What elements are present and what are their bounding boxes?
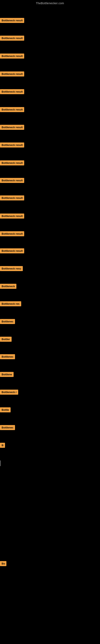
bottleneck-result-item: Bottleneck (0, 284, 16, 290)
bottleneck-result-item: Bottleneck res (0, 301, 21, 307)
bottleneck-result-item: Bottleneck result (0, 214, 24, 219)
bottleneck-badge: Bottleneck result (0, 248, 24, 253)
bottleneck-result-item: Bottleneck result (0, 142, 24, 148)
bottleneck-badge: Bottleneck resu (0, 266, 23, 271)
bottleneck-badge: Bottleneck result (0, 36, 24, 41)
bottleneck-result-item: Bottleneck result (0, 36, 24, 42)
bottleneck-result-item: Bottleneck result (0, 54, 24, 59)
bottleneck-result-item: Bottleneck result (0, 248, 24, 254)
bottleneck-badge: Bottleneck result (0, 107, 24, 112)
bottleneck-badge: Bottlene (0, 372, 14, 377)
bottleneck-badge: Bottleneck result (0, 231, 24, 236)
bottleneck-badge: Bottleneck r (0, 390, 18, 395)
bottleneck-badge: Bottleneck result (0, 178, 24, 183)
bottleneck-result-item: Bottleneck result (0, 231, 24, 237)
bottleneck-badge: Bottleneck result (0, 72, 24, 76)
bottleneck-badge: Bottlenec (0, 354, 15, 359)
bottleneck-badge: Bottleneck result (0, 142, 24, 148)
bottleneck-badge: Bottler (0, 337, 12, 342)
bottleneck-result-item: Bottleneck result (0, 18, 24, 24)
bottleneck-result-item: Bottleneck result (0, 196, 24, 201)
bottleneck-badge: Bottleneck result (0, 54, 24, 58)
bottleneck-badge: Bottlenec (0, 425, 15, 430)
bottleneck-badge: Bottleneck (0, 284, 16, 289)
bottleneck-result-item: Bottlenec (0, 319, 15, 325)
bottleneck-result-item: Bottleneck resu (0, 266, 23, 272)
bottleneck-result-item: Bottleneck r (0, 390, 18, 396)
bottleneck-badge: Bottleneck result (0, 89, 24, 94)
bottleneck-result-item: Bo (0, 561, 6, 567)
bottleneck-badge: Bottleneck result (0, 160, 24, 166)
bottleneck-result-item: Bottler (0, 337, 12, 342)
site-title: TheBottlenecker.com (0, 0, 100, 6)
bottleneck-badge: Bottleneck result (0, 214, 24, 218)
bottleneck-badge: Bottleneck result (0, 18, 24, 23)
bottleneck-result-item: Bottleneck result (0, 72, 24, 77)
bottleneck-result-item: Bottleneck result (0, 178, 24, 184)
bottleneck-result-item: Bottlene (0, 372, 14, 378)
bottleneck-result-item: Bottleneck result (0, 89, 24, 95)
bottleneck-badge: Bottleneck result (0, 196, 24, 200)
bottleneck-badge: Bo (0, 561, 6, 566)
bottleneck-badge: Bottleneck res (0, 301, 21, 306)
bottleneck-badge: Bottlenec (0, 319, 15, 324)
bottleneck-result-item: Bottlenec (0, 354, 15, 360)
bottleneck-result-item: Bottle (0, 407, 11, 413)
bottleneck-result-item: Bottleneck result (0, 125, 24, 130)
bottleneck-result-item: Bottlenec (0, 425, 15, 431)
bottleneck-line (0, 460, 1, 466)
bottleneck-badge: Bottle (0, 407, 11, 412)
bottleneck-badge: Bottleneck result (0, 125, 24, 130)
bottleneck-result-item: B (0, 443, 5, 448)
bottleneck-result-item: Bottleneck result (0, 160, 24, 166)
bottleneck-result-item: Bottleneck result (0, 107, 24, 113)
bottleneck-result-item (0, 460, 1, 466)
bottleneck-badge: B (0, 443, 5, 448)
